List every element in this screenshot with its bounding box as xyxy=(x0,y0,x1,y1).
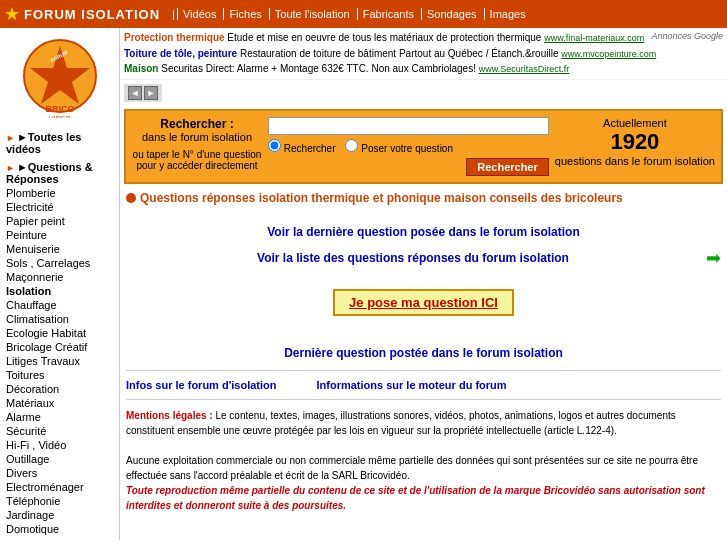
ad-text-2: Restauration de toiture de bâtiment Part… xyxy=(240,48,559,59)
sidebar-item-alarme[interactable]: Alarme xyxy=(0,410,119,424)
section-title-bar: Questions réponses isolation thermique e… xyxy=(126,191,721,205)
logo-area: ★ FORUM ISOLATION xyxy=(4,3,160,25)
sidebar-item-decoration[interactable]: Décoration xyxy=(0,382,119,396)
search-or-subtext: pour y accéder directement xyxy=(132,160,262,171)
search-btn-wrapper: Rechercher xyxy=(268,158,549,176)
pose-question-button[interactable]: Je pose ma question ICI xyxy=(333,289,514,316)
ad-label-3: Maison xyxy=(124,63,158,74)
svg-text:BRICO: BRICO xyxy=(45,104,74,114)
pose-question-wrapper: Je pose ma question ICI xyxy=(126,281,721,324)
footer-link-2[interactable]: Informations sur le moteur du forum xyxy=(317,379,507,391)
ici-text: ICI xyxy=(478,295,498,310)
search-input[interactable] xyxy=(268,117,549,135)
svg-text:VIDEO: VIDEO xyxy=(49,115,71,118)
sidebar-item-papier[interactable]: Papier peint xyxy=(0,214,119,228)
sidebar-item-electromenager[interactable]: Electroménager xyxy=(0,480,119,494)
nav-fabricants[interactable]: Fabricants xyxy=(357,8,419,20)
sidebar-item-outillage[interactable]: Outillage xyxy=(0,452,119,466)
sidebar-item-bricolage-creatif[interactable]: Bricolage Créatif xyxy=(0,340,119,354)
sidebar-item-plomberie[interactable]: Plomberie xyxy=(0,186,119,200)
mentions-text2: Aucune exploitation commerciale ou non c… xyxy=(126,455,698,481)
ad-text-1: Etude et mise en oeuvre de tous les maté… xyxy=(227,32,541,43)
pose-question-text: Je pose ma question xyxy=(349,295,478,310)
sidebar-item-isolation[interactable]: Isolation xyxy=(0,284,119,298)
sidebar-item-menuiserie[interactable]: Menuiserie xyxy=(0,242,119,256)
ad-label-2: Toiture de tôle, peinture xyxy=(124,48,237,59)
forum-links: Voir la dernière question posée dans le … xyxy=(126,211,721,332)
list-questions-link[interactable]: Voir la liste des questions réponses du … xyxy=(257,251,569,265)
sidebar-item-chauffage[interactable]: Chauffage xyxy=(0,298,119,312)
ad-url-1[interactable]: www.final-materiaux.com xyxy=(544,33,644,43)
sidebar-item-electricite[interactable]: Electricité xyxy=(0,200,119,214)
search-title: Rechercher : xyxy=(132,117,262,131)
sidebar-item-toitures[interactable]: Toitures xyxy=(0,368,119,382)
header-star-icon: ★ xyxy=(4,3,20,25)
sidebar-item-materiaux[interactable]: Matériaux xyxy=(0,396,119,410)
count-prefix: Actuellement xyxy=(603,117,667,129)
derniere-question-title: Dernière question postée dans le forum i… xyxy=(126,346,721,360)
search-or-text: ou taper le N° d'une question xyxy=(132,149,262,160)
mentions-legales: Mentions légales : Le contenu, textes, i… xyxy=(126,408,721,513)
list-questions-row: Voir la liste des questions réponses du … xyxy=(126,245,721,271)
radio-rechercher-label: Rechercher xyxy=(268,139,335,154)
ad-url-2[interactable]: www.mvcopeinture.com xyxy=(561,49,656,59)
nav-toute[interactable]: Toute l'isolation xyxy=(269,8,355,20)
sidebar-item-jardinage[interactable]: Jardinage xyxy=(0,508,119,522)
nav-images[interactable]: Images xyxy=(484,8,531,20)
sidebar-item-domotique[interactable]: Domotique xyxy=(0,522,119,536)
sidebar-item-litiges[interactable]: Litiges Travaux xyxy=(0,354,119,368)
sidebar-item-divers[interactable]: Divers xyxy=(0,466,119,480)
ad-item-2: Toiture de tôle, peinture Restauration d… xyxy=(124,46,723,62)
radio-rechercher[interactable] xyxy=(268,139,281,152)
footer-link-1[interactable]: Infos sur le forum d'isolation xyxy=(126,379,277,391)
sidebar-logo: BRICO VIDEO FORUM xyxy=(0,32,119,126)
sidebar-item-telephonie[interactable]: Téléphonie xyxy=(0,494,119,508)
radio-poser-label: Poser votre question xyxy=(345,139,453,154)
footer-links: Infos sur le forum d'isolation Informati… xyxy=(126,379,721,391)
sidebar-item-ecologie[interactable]: Ecologie Habitat xyxy=(0,326,119,340)
divider-1 xyxy=(126,370,721,371)
annonces-label: Annonces Google xyxy=(651,30,723,44)
sidebar-item-maconnerie[interactable]: Maçonnerie xyxy=(0,270,119,284)
count-section: Actuellement 1920 questions dans le foru… xyxy=(555,117,715,167)
radio-poser[interactable] xyxy=(345,139,358,152)
main-content: Questions réponses isolation thermique e… xyxy=(120,187,727,517)
mentions-title: Mentions légales : xyxy=(126,410,213,421)
search-middle: Rechercher Poser votre question Recherch… xyxy=(268,117,549,176)
next-button[interactable]: ► xyxy=(144,86,158,100)
sidebar: BRICO VIDEO FORUM ►Toutes les vidéos ►Qu… xyxy=(0,28,120,540)
section-title: Questions réponses isolation thermique e… xyxy=(140,191,623,205)
mentions-text3: Toute reproduction même partielle du con… xyxy=(126,485,705,511)
ad-label-1: Protection thermique xyxy=(124,32,225,43)
search-radios: Rechercher Poser votre question xyxy=(268,139,549,154)
search-left: Rechercher : dans le forum isolation ou … xyxy=(132,117,262,171)
site-header: ★ FORUM ISOLATION | Vidéos Fiches Toute … xyxy=(0,0,727,28)
nav-fiches[interactable]: Fiches xyxy=(223,8,266,20)
sidebar-all-videos[interactable]: ►Toutes les vidéos xyxy=(0,130,119,156)
ad-item-3: Maison Securitas Direct: Alarme + Montag… xyxy=(124,61,723,77)
sidebar-item-sols[interactable]: Sols , Carrelages xyxy=(0,256,119,270)
nav-videos[interactable]: Vidéos xyxy=(177,8,221,20)
nav-arrows: ◄ ► xyxy=(124,84,162,102)
arrow-right-icon: ➡ xyxy=(706,247,721,269)
count-number: 1920 xyxy=(555,129,715,155)
sidebar-item-hifi[interactable]: Hi-Fi , Vidéo xyxy=(0,438,119,452)
ad-item-1: Protection thermique Etude et mise en oe… xyxy=(124,30,723,46)
content-area: Annonces Google Protection thermique Etu… xyxy=(120,28,727,540)
prev-button[interactable]: ◄ xyxy=(128,86,142,100)
nav-sondages[interactable]: Sondages xyxy=(421,8,482,20)
search-subtitle: dans le forum isolation xyxy=(132,131,262,143)
sidebar-item-climatisation[interactable]: Climatisation xyxy=(0,312,119,326)
main-nav: | Vidéos Fiches Toute l'isolation Fabric… xyxy=(168,8,531,20)
sidebar-item-securite[interactable]: Sécurité xyxy=(0,424,119,438)
last-question-link[interactable]: Voir la dernière question posée dans le … xyxy=(126,225,721,239)
sidebar-questions[interactable]: ►Questions & Réponses xyxy=(0,160,119,186)
logo-svg: BRICO VIDEO FORUM xyxy=(15,38,105,118)
ad-banner: Annonces Google Protection thermique Etu… xyxy=(120,28,727,80)
main-container: BRICO VIDEO FORUM ►Toutes les vidéos ►Qu… xyxy=(0,28,727,540)
search-section: Rechercher : dans le forum isolation ou … xyxy=(124,109,723,184)
divider-2 xyxy=(126,399,721,400)
ad-url-3[interactable]: www.SecuritasDirect.fr xyxy=(479,64,570,74)
search-button[interactable]: Rechercher xyxy=(466,158,549,176)
sidebar-item-peinture[interactable]: Peinture xyxy=(0,228,119,242)
